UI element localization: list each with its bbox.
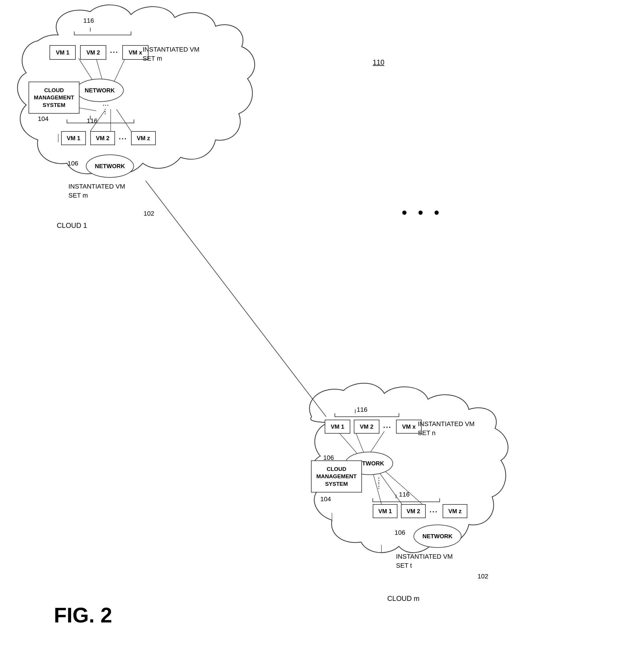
ref-102-cloud1: 102 xyxy=(144,210,154,217)
figure-title: FIG. 2 xyxy=(54,603,112,627)
vms-dots-cloud1-top: ··· xyxy=(110,48,119,56)
vm-set-n-label-cloudm: INSTANTIATED VMSET n xyxy=(418,419,475,438)
vm1-box-cloudm-top: VM 1 xyxy=(325,419,350,434)
network-ellipse-cloud1-top: NETWORK xyxy=(76,79,124,102)
vms-dots-cloudm-top: ··· xyxy=(383,423,392,431)
vms-dots-cloud1-bot: ··· xyxy=(119,135,127,143)
vmz-box-cloudm-bot: VM z xyxy=(443,504,468,518)
ref-104-cloud1: 104 xyxy=(38,115,49,123)
svg-line-19 xyxy=(384,471,422,504)
svg-line-9 xyxy=(117,109,131,131)
vm-set-t-label-cloudm: INSTANTIATED VMSET t xyxy=(396,552,453,570)
ref-102-cloudm: 102 xyxy=(478,573,488,580)
vmz-box-cloud1-bot: VM z xyxy=(131,131,156,145)
ref-106-cloud1-bot: 106 xyxy=(68,160,78,167)
ref-106-cloudm-bot: 106 xyxy=(395,529,405,536)
vm1-box-cloud1-top: VM 1 xyxy=(50,45,76,60)
svg-line-18 xyxy=(379,472,402,504)
cms-box-cloudm: CLOUDMANAGEMENTSYSTEM xyxy=(311,460,362,493)
cms-box-cloud1: CLOUDMANAGEMENTSYSTEM xyxy=(28,81,79,114)
vm2-box-cloudm-bot: VM 2 xyxy=(401,504,426,518)
network-ellipse-cloudm-bot: NETWORK xyxy=(413,525,461,548)
network-ellipse-cloud1-bot: NETWORK xyxy=(86,154,134,178)
svg-line-15 xyxy=(355,431,364,453)
diagram-container: VM 1 VM 2 ··· VM x 116 INSTANTIATED VMSE… xyxy=(0,0,631,672)
vm2-box-cloudm-top: VM 2 xyxy=(354,419,379,434)
cloud1-label: CLOUD 1 xyxy=(57,221,87,230)
mid-dots: • • • xyxy=(402,204,443,221)
vertical-dots-cloud1-2: ⋮ xyxy=(102,108,108,115)
vms-dots-cloudm-bot: ··· xyxy=(429,508,438,516)
svg-line-14 xyxy=(338,431,358,455)
svg-line-10 xyxy=(79,108,96,111)
ref-104-cloudm: 104 xyxy=(320,496,331,503)
vm1-box-cloudm-bot: VM 1 xyxy=(373,504,398,518)
ref-116-cloud1-top: 116 xyxy=(83,17,94,24)
vm1-box-cloud1-bot: VM 1 xyxy=(61,131,86,145)
ref-116-cloud1-bot: 116 xyxy=(87,117,98,125)
vm2-box-cloud1-bot: VM 2 xyxy=(90,131,115,145)
ref-116-cloudm-top: 116 xyxy=(357,406,368,413)
vm-set-m-label-cloud1-top: INSTANTIATED VMSET m xyxy=(143,45,219,63)
vm-set-m-label-cloud1-bot: INSTANTIATED VMSET m xyxy=(69,182,125,200)
svg-line-11 xyxy=(146,181,326,417)
ref-110: 110 xyxy=(373,58,384,67)
vertical-dots-cloudm-2: ⋮ xyxy=(376,482,382,490)
vm2-box-cloud1-top: VM 2 xyxy=(80,45,106,60)
vertical-dots-cloud1: ⋮ xyxy=(102,102,109,109)
ref-116-cloudm-bot: 116 xyxy=(399,491,410,498)
cloudm-label: CLOUD m xyxy=(387,595,420,603)
svg-line-16 xyxy=(370,431,384,453)
